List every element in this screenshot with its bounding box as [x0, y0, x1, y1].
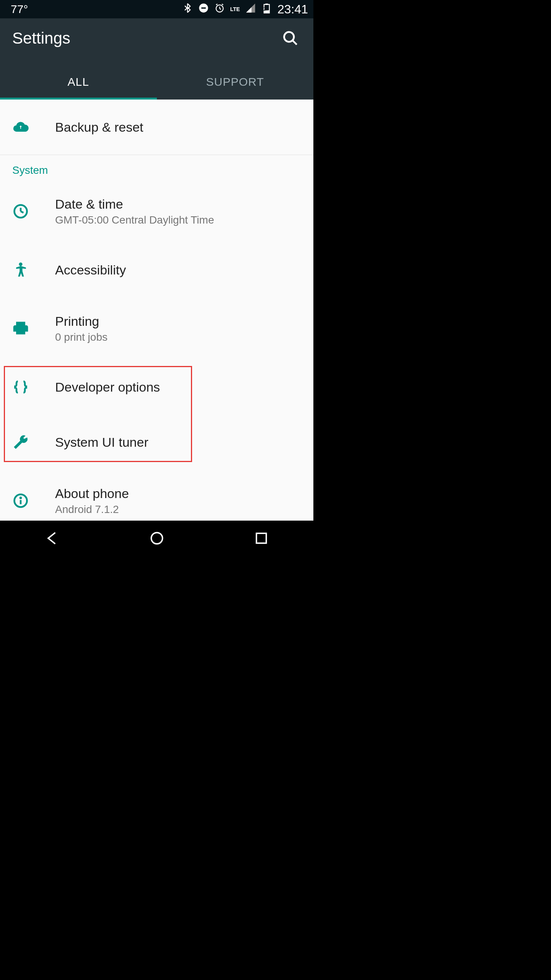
status-bar-right: LTE 27 23:41	[182, 2, 308, 16]
svg-point-17	[284, 32, 294, 42]
svg-line-18	[293, 41, 297, 45]
accessibility-icon	[12, 261, 55, 278]
svg-line-21	[21, 211, 23, 213]
developer-options-item[interactable]: Developer options	[0, 359, 313, 415]
do-not-disturb-icon	[198, 3, 209, 16]
lte-icon: LTE	[230, 6, 240, 12]
braces-icon	[12, 379, 55, 395]
search-button[interactable]	[282, 30, 299, 47]
about-phone-item[interactable]: About phone Android 7.1.2	[0, 470, 313, 521]
cloud-upload-icon	[12, 119, 55, 136]
battery-icon: 27	[261, 3, 272, 16]
item-title: Date & time	[55, 197, 214, 212]
battery-percentage: 27	[263, 7, 268, 12]
svg-line-11	[222, 4, 223, 5]
section-header-system: System	[0, 155, 313, 180]
app-bar: Settings ALL SUPPORT	[0, 18, 313, 100]
item-title: System UI tuner	[55, 435, 148, 450]
search-icon	[282, 30, 299, 47]
svg-rect-27	[256, 533, 266, 543]
status-time: 23:41	[277, 2, 308, 16]
home-button[interactable]	[148, 530, 165, 548]
item-title: Backup & reset	[55, 120, 143, 135]
back-button[interactable]	[44, 530, 61, 548]
svg-rect-15	[265, 3, 268, 5]
tab-support[interactable]: SUPPORT	[157, 66, 314, 100]
svg-point-22	[19, 263, 22, 266]
item-title: Accessibility	[55, 263, 126, 278]
svg-point-26	[151, 532, 162, 544]
settings-list: Backup & reset System Date & time GMT-05…	[0, 100, 313, 521]
wrench-icon	[12, 434, 55, 451]
tab-bar: ALL SUPPORT	[0, 66, 313, 100]
bluetooth-icon	[182, 3, 193, 16]
page-title: Settings	[12, 29, 70, 47]
signal-icon	[245, 3, 256, 16]
svg-marker-13	[246, 7, 251, 12]
accessibility-item[interactable]: Accessibility	[0, 242, 313, 297]
navigation-bar	[0, 521, 313, 557]
status-bar-left: 77°	[5, 3, 33, 16]
recent-button[interactable]	[253, 530, 270, 548]
item-title: About phone	[55, 486, 129, 501]
item-title: Developer options	[55, 380, 160, 395]
svg-point-25	[20, 497, 22, 499]
info-icon	[12, 492, 55, 509]
printing-item[interactable]: Printing 0 print jobs	[0, 297, 313, 359]
status-bar: 77° LTE 27 23:41	[0, 0, 313, 18]
item-subtitle: GMT-05:00 Central Daylight Time	[55, 214, 214, 226]
clock-icon	[12, 203, 55, 220]
date-time-item[interactable]: Date & time GMT-05:00 Central Daylight T…	[0, 180, 313, 242]
item-title: Printing	[55, 314, 108, 329]
item-subtitle: Android 7.1.2	[55, 503, 129, 516]
alarm-icon	[214, 3, 225, 16]
backup-reset-item[interactable]: Backup & reset	[0, 100, 313, 155]
item-subtitle: 0 print jobs	[55, 331, 108, 343]
tab-all[interactable]: ALL	[0, 66, 157, 100]
system-ui-tuner-item[interactable]: System UI tuner	[0, 415, 313, 470]
svg-line-10	[216, 4, 217, 5]
svg-line-9	[220, 8, 221, 9]
printer-icon	[12, 320, 55, 337]
status-temperature: 77°	[11, 3, 28, 16]
